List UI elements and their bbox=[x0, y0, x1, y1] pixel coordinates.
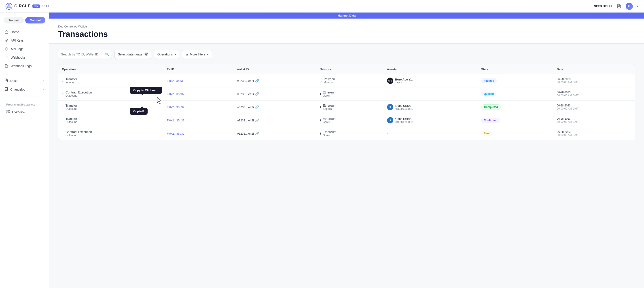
date-text: 06-28-202300:00:00 AM GMT bbox=[557, 91, 631, 97]
avatar-chevron-icon[interactable]: ▼ bbox=[636, 5, 639, 8]
network-sub: Goreli bbox=[323, 120, 336, 124]
state-badge: Completed bbox=[481, 104, 501, 110]
copy-wallet-icon[interactable]: 🔗 bbox=[255, 92, 259, 96]
network-name: Ethereum bbox=[323, 90, 336, 94]
txid-cell[interactable]: Fi0x2...35d32 bbox=[163, 88, 233, 100]
logo-area: CIRCLE DEV BETA bbox=[5, 3, 50, 10]
sidebar-item-label: API Logs bbox=[11, 47, 24, 51]
txid-cell[interactable]: Fi0x2...35d32 bbox=[163, 74, 233, 88]
sidebar-nav: Home API Keys API Logs bbox=[0, 28, 49, 116]
date-cell: 06-28-202300:00:00 AM GMT bbox=[553, 88, 635, 100]
network-switcher: Testnet Mainnet bbox=[0, 17, 49, 28]
wallet-id-text: w3233...ieh2i bbox=[236, 132, 254, 135]
webhooks-icon bbox=[4, 56, 8, 60]
txid-link[interactable]: Fi0x2...35d32 bbox=[167, 119, 184, 122]
table-header-row: Operation TX ID Wallet ID Network Assets… bbox=[58, 64, 635, 74]
dev-badge: DEV bbox=[32, 4, 40, 8]
operations-chevron-icon: ▾ bbox=[174, 52, 176, 56]
copy-wallet-icon[interactable]: 🔗 bbox=[255, 132, 259, 135]
assets-cell: $1,000 USDC≈$1,000.00 USD bbox=[384, 100, 478, 114]
date-text: 06-28-202300:00:00 AM GMT bbox=[557, 117, 631, 124]
eth-icon: ♦ bbox=[320, 92, 321, 96]
need-help-link[interactable]: NEED HELP? bbox=[594, 4, 612, 8]
table-row[interactable]: ↑TransferOutboundFi0x2...35d32w3233...ie… bbox=[58, 100, 635, 114]
docs-icon bbox=[4, 78, 8, 83]
operation-cell: ↑TransferOutbound bbox=[58, 114, 163, 127]
date-picker[interactable]: Select date range 📅 bbox=[114, 50, 152, 59]
state-badge: Queued bbox=[481, 92, 497, 96]
operations-filter[interactable]: Operations ▾ bbox=[154, 50, 179, 59]
avatar[interactable]: IL bbox=[626, 3, 633, 10]
txid-link[interactable]: Fi0x2...35d32 bbox=[167, 92, 184, 96]
txid-cell[interactable]: Fi0x2...35d32 bbox=[163, 100, 233, 114]
network-cell: ♦EthereumSepolia bbox=[316, 100, 383, 114]
copy-wallet-icon[interactable]: 🔗 bbox=[255, 105, 259, 109]
asset-sub: 1 Item bbox=[395, 81, 413, 84]
changelog-ext-icon: ↗ bbox=[42, 88, 44, 91]
search-input[interactable] bbox=[61, 52, 103, 56]
sidebar-item-home[interactable]: Home bbox=[2, 28, 47, 36]
table-row[interactable]: ↑Contract ExecutionOutboundFi0x2...35d32… bbox=[58, 88, 635, 100]
date-sub: 00:00:00 AM GMT bbox=[557, 94, 578, 97]
mainnet-button[interactable]: Mainnet bbox=[25, 17, 46, 24]
sidebar-item-webhooks[interactable]: Webhooks bbox=[2, 54, 47, 62]
txid-link[interactable]: Fi0x2...35d32 bbox=[167, 106, 184, 109]
network-name: Ethereum bbox=[323, 104, 336, 107]
arrow-up-icon: ↑ bbox=[62, 92, 64, 96]
txid-cell[interactable]: Fi0x2...35d32 bbox=[163, 114, 233, 127]
docs-label: Docs bbox=[10, 79, 18, 82]
assets-cell: - bbox=[384, 127, 478, 140]
more-filters[interactable]: ⊿ More filters ▾ bbox=[182, 50, 212, 59]
network-sub: Goreli bbox=[323, 94, 336, 97]
top-bar-left: CIRCLE DEV BETA bbox=[5, 3, 50, 10]
txid-link[interactable]: Fi0x2...35d32 bbox=[167, 132, 184, 135]
network-sub: Goreli bbox=[323, 134, 336, 137]
network-name: Polygon bbox=[324, 77, 335, 81]
asset-sub: ≈$1,000.00 USD bbox=[395, 121, 413, 124]
table-row[interactable]: ↓TransferInboundFi0x2...35d32w3233...ieh… bbox=[58, 74, 635, 88]
operation-name: Contract Execution bbox=[66, 90, 92, 94]
date-picker-label: Select date range bbox=[118, 52, 142, 56]
filter-icon: ⊿ bbox=[185, 52, 188, 56]
sidebar-item-overview[interactable]: Overview bbox=[2, 108, 47, 116]
document-icon[interactable] bbox=[616, 3, 622, 10]
changelog-label: Changelog bbox=[10, 88, 26, 91]
operation-name: Transfer bbox=[66, 117, 77, 120]
col-assets: Assets bbox=[384, 64, 478, 74]
sidebar-item-docs[interactable]: Docs ↗ bbox=[2, 76, 47, 85]
table-row[interactable]: ↑Contract ExecutionOutboundFi0x2...35d32… bbox=[58, 127, 635, 140]
svg-rect-14 bbox=[7, 110, 8, 111]
table-row[interactable]: ↑TransferOutboundFi0x2...35d32w3233...ie… bbox=[58, 114, 635, 127]
walletid-cell: w3233...ieh2i🔗 bbox=[233, 88, 316, 100]
external-link-icon: ↗ bbox=[42, 79, 44, 82]
sidebar-item-label: Home bbox=[11, 30, 19, 34]
sidebar-item-webhook-logs[interactable]: Webhook Logs bbox=[2, 62, 47, 70]
operation-cell: ↓TransferInbound bbox=[58, 74, 163, 88]
arrow-down-icon: ↓ bbox=[62, 79, 64, 83]
usdc-icon: $ bbox=[387, 104, 393, 110]
svg-rect-16 bbox=[8, 112, 10, 113]
txid-link[interactable]: Fi0x2...35d32 bbox=[167, 79, 184, 82]
txid-cell[interactable]: Fi0x2...35d32 bbox=[163, 127, 233, 140]
operations-label: Operations bbox=[158, 52, 173, 56]
network-name: Ethereum bbox=[323, 117, 336, 120]
sidebar-item-api-logs[interactable]: API Logs bbox=[2, 45, 47, 53]
testnet-button[interactable]: Testnet bbox=[4, 17, 24, 24]
state-cell: Queued bbox=[478, 88, 553, 100]
search-box[interactable]: 🔍 bbox=[58, 50, 112, 59]
col-txid: TX ID bbox=[163, 64, 233, 74]
arrow-up-icon: ↑ bbox=[62, 105, 64, 109]
sidebar-divider-2 bbox=[5, 96, 44, 97]
sidebar-item-api-keys[interactable]: API Keys bbox=[2, 36, 47, 44]
transactions-table: Operation TX ID Wallet ID Network Assets… bbox=[58, 64, 635, 140]
operation-cell: ↑Contract ExecutionOutbound bbox=[58, 127, 163, 140]
page-header: Dev Controlled Wallets Transactions bbox=[49, 18, 644, 44]
arrow-up-icon: ↑ bbox=[62, 118, 64, 122]
top-bar: CIRCLE DEV BETA NEED HELP? IL ▼ bbox=[0, 0, 644, 12]
walletid-cell: w3233...ieh2i🔗 bbox=[233, 114, 316, 127]
copy-wallet-icon[interactable]: 🔗 bbox=[255, 118, 259, 122]
svg-line-10 bbox=[6, 58, 7, 58]
operation-cell: ↑Contract ExecutionOutbound bbox=[58, 88, 163, 100]
sidebar-item-changelog[interactable]: Changelog ↗ bbox=[2, 85, 47, 94]
copy-wallet-icon[interactable]: 🔗 bbox=[255, 79, 259, 82]
